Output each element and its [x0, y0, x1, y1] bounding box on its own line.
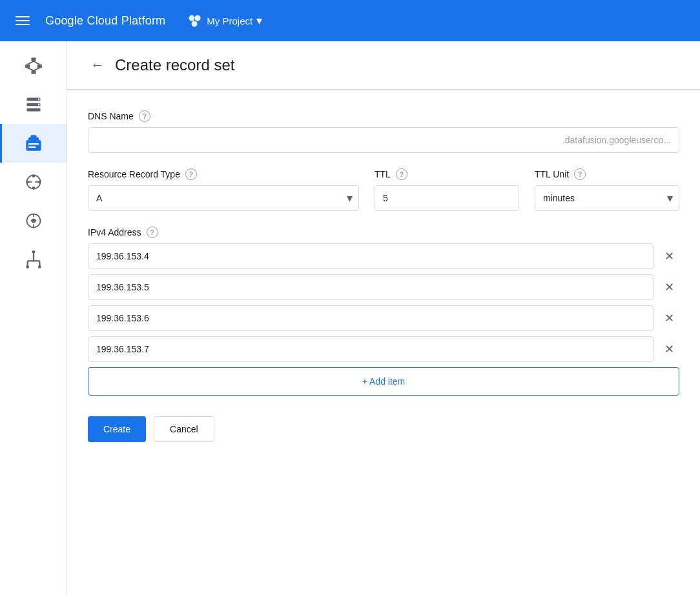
ttl-unit-select[interactable]: seconds minutes hours days — [535, 185, 679, 211]
svg-point-14 — [37, 98, 39, 100]
ttl-unit-label-row: TTL Unit ? — [535, 168, 679, 180]
ip-input-3[interactable] — [88, 305, 654, 331]
sidebar-item-network-tiers[interactable] — [0, 240, 67, 279]
ttl-col: TTL ? — [375, 168, 519, 211]
ttl-help-icon[interactable]: ? — [396, 168, 407, 180]
app-title: Google Cloud Platform — [45, 14, 165, 28]
ip-row-3: ✕ — [88, 305, 679, 331]
project-chevron-icon: ▾ — [256, 14, 262, 28]
svg-point-25 — [32, 187, 35, 190]
remove-ip-1-button[interactable]: ✕ — [659, 246, 679, 267]
add-item-button[interactable]: + Add item — [88, 367, 679, 396]
ip-input-2[interactable] — [88, 274, 654, 300]
project-icon — [186, 12, 203, 29]
ipv4-label: IPv4 Address — [88, 227, 141, 237]
svg-point-23 — [38, 181, 41, 184]
ttl-unit-select-wrapper: seconds minutes hours days ▾ — [535, 185, 679, 211]
dns-name-group: DNS Name ? — [88, 110, 679, 153]
cancel-button[interactable]: Cancel — [154, 416, 214, 442]
svg-rect-3 — [31, 57, 36, 61]
dns-name-label: DNS Name — [88, 111, 134, 121]
action-buttons: Create Cancel — [88, 416, 679, 442]
svg-rect-6 — [31, 70, 36, 74]
svg-point-35 — [32, 250, 35, 254]
sidebar-item-cloud-dns[interactable] — [0, 124, 67, 163]
svg-point-0 — [189, 15, 195, 21]
project-selector[interactable]: My Project ▾ — [181, 10, 267, 32]
dns-name-help-icon[interactable]: ? — [139, 110, 150, 122]
remove-ip-4-button[interactable]: ✕ — [659, 339, 679, 359]
ttl-unit-help-icon[interactable]: ? — [574, 168, 586, 180]
svg-rect-16 — [26, 140, 41, 150]
resource-record-type-label: Resource Record Type — [88, 169, 180, 179]
ipv4-label-row: IPv4 Address ? — [88, 227, 679, 238]
dns-icon — [22, 93, 45, 116]
network-tiers-icon — [22, 248, 45, 271]
svg-point-37 — [38, 265, 41, 268]
ttl-unit-label: TTL Unit — [535, 169, 569, 179]
svg-line-10 — [34, 68, 39, 71]
svg-point-1 — [195, 15, 201, 21]
svg-rect-13 — [26, 108, 40, 112]
ttl-label: TTL — [375, 169, 391, 179]
svg-point-36 — [26, 265, 29, 268]
svg-rect-5 — [37, 65, 41, 68]
ip-input-1[interactable] — [88, 243, 654, 269]
svg-line-7 — [27, 61, 33, 65]
svg-point-2 — [192, 21, 198, 27]
dns-name-label-row: DNS Name ? — [88, 110, 679, 122]
record-type-ttl-row: Resource Record Type ? A AAAA CNAME MX N… — [88, 168, 679, 211]
ttl-label-row: TTL ? — [375, 168, 519, 180]
ip-row-4: ✕ — [88, 336, 679, 362]
main-layout: ← Create record set DNS Name ? Resource … — [0, 41, 700, 595]
create-button[interactable]: Create — [88, 416, 146, 442]
resource-record-type-select[interactable]: A AAAA CNAME MX NS PTR SOA SPF SRV TXT — [88, 185, 359, 211]
network-connectivity-icon — [22, 170, 45, 194]
remove-ip-3-button[interactable]: ✕ — [659, 308, 679, 328]
add-item-label: + Add item — [362, 376, 406, 387]
svg-line-8 — [34, 61, 39, 65]
back-button[interactable]: ← — [88, 54, 107, 76]
svg-rect-20 — [28, 146, 36, 148]
sidebar-item-network-topology[interactable] — [0, 46, 67, 85]
ip-row-2: ✕ — [88, 274, 679, 300]
ipv4-help-icon[interactable]: ? — [147, 227, 158, 238]
network-topology-icon — [22, 54, 45, 77]
ttl-input[interactable] — [375, 185, 519, 211]
project-name: My Project — [207, 15, 252, 26]
hamburger-menu-icon[interactable] — [10, 11, 35, 30]
record-type-help-icon[interactable]: ? — [185, 168, 197, 180]
sidebar-item-dns[interactable] — [0, 85, 67, 124]
ip-input-4[interactable] — [88, 336, 654, 362]
svg-line-9 — [27, 68, 33, 71]
svg-point-15 — [37, 104, 39, 106]
sidebar-item-traffic-director[interactable] — [0, 201, 67, 240]
ip-row-1: ✕ — [88, 243, 679, 269]
page-header: ← Create record set — [67, 41, 700, 90]
page-title: Create record set — [115, 56, 234, 74]
svg-point-24 — [32, 174, 35, 177]
record-type-select-wrapper: A AAAA CNAME MX NS PTR SOA SPF SRV TXT ▾ — [88, 185, 359, 211]
main-content: ← Create record set DNS Name ? Resource … — [67, 41, 700, 595]
sidebar-item-network-connectivity[interactable] — [0, 163, 67, 201]
ipv4-section: IPv4 Address ? ✕ ✕ ✕ — [88, 227, 679, 396]
svg-point-22 — [26, 181, 29, 184]
resource-record-type-col: Resource Record Type ? A AAAA CNAME MX N… — [88, 168, 359, 211]
top-header: Google Cloud Platform My Project ▾ — [0, 0, 700, 41]
dns-name-input[interactable] — [88, 127, 679, 153]
ttl-unit-col: TTL Unit ? seconds minutes hours days ▾ — [535, 168, 679, 211]
remove-ip-2-button[interactable]: ✕ — [659, 277, 679, 298]
form-area: DNS Name ? Resource Record Type ? A AAAA — [67, 90, 700, 463]
svg-rect-19 — [28, 143, 38, 145]
cloud-dns-icon — [22, 132, 45, 155]
svg-rect-18 — [30, 135, 36, 139]
traffic-director-icon — [22, 209, 45, 232]
svg-rect-4 — [25, 65, 30, 68]
resource-record-type-label-row: Resource Record Type ? — [88, 168, 359, 180]
sidebar — [0, 41, 67, 595]
